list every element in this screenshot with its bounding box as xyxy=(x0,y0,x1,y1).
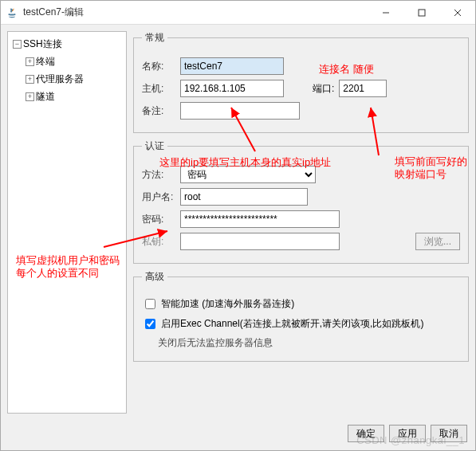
advanced-group: 高级 智能加速 (加速海外服务器连接) 启用Exec Channel(若连接上就… xyxy=(133,270,469,362)
general-group: 常规 名称: 主机: 端口: 备注: xyxy=(133,31,469,133)
tree-root-label: SSH连接 xyxy=(23,37,62,51)
browse-button: 浏览... xyxy=(415,233,460,250)
exec-label: 启用Exec Channel(若连接上就被断开,请关闭该项,比如跳板机) xyxy=(161,317,423,331)
user-label: 用户名: xyxy=(142,190,175,204)
tree-item-terminal[interactable]: + 终端 xyxy=(10,53,124,70)
content-area: − SSH连接 + 终端 + 代理服务器 + 隧道 常规 名称: xyxy=(1,25,475,420)
remark-label: 备注: xyxy=(142,104,175,118)
footer: 确定 应用 取消 xyxy=(1,420,475,450)
key-label: 私钥: xyxy=(142,235,175,249)
speed-checkbox[interactable] xyxy=(145,299,155,309)
general-legend: 常规 xyxy=(142,31,167,45)
tree-item-label: 终端 xyxy=(36,55,55,69)
auth-legend: 认证 xyxy=(142,139,167,153)
svg-rect-1 xyxy=(419,10,425,16)
sidebar: − SSH连接 + 终端 + 代理服务器 + 隧道 xyxy=(7,31,127,414)
ok-button[interactable]: 确定 xyxy=(348,425,384,442)
password-label: 密码: xyxy=(142,213,175,226)
collapse-icon[interactable]: − xyxy=(13,40,22,49)
user-input[interactable] xyxy=(180,188,308,206)
tree-item-label: 代理服务器 xyxy=(36,73,84,86)
host-input[interactable] xyxy=(180,80,284,97)
titlebar: testCen7-编辑 xyxy=(1,1,475,25)
advanced-legend: 高级 xyxy=(142,270,167,284)
name-label: 名称: xyxy=(142,60,175,73)
java-icon xyxy=(6,6,18,19)
cancel-button[interactable]: 取消 xyxy=(431,425,467,442)
auth-group: 认证 方法: 密码 用户名: 密码: 私钥: xyxy=(133,139,469,264)
main-panel: 常规 名称: 主机: 端口: 备注: 认证 xyxy=(133,31,469,414)
host-label: 主机: xyxy=(142,82,175,96)
method-select[interactable]: 密码 xyxy=(180,166,316,183)
password-input[interactable] xyxy=(180,210,340,228)
expand-icon[interactable]: + xyxy=(26,75,34,84)
key-input xyxy=(180,233,340,250)
tree-item-proxy[interactable]: + 代理服务器 xyxy=(10,70,124,88)
expand-icon[interactable]: + xyxy=(26,57,34,66)
minimize-button[interactable] xyxy=(368,1,403,25)
port-input[interactable] xyxy=(339,80,387,97)
window-title: testCen7-编辑 xyxy=(23,6,84,19)
remark-input[interactable] xyxy=(180,102,300,120)
close-button[interactable] xyxy=(439,1,475,25)
exec-note: 关闭后无法监控服务器信息 xyxy=(158,336,273,350)
speed-label: 智能加速 (加速海外服务器连接) xyxy=(161,297,294,311)
port-label: 端口: xyxy=(313,82,334,96)
tree-root-ssh[interactable]: − SSH连接 xyxy=(10,35,124,53)
method-label: 方法: xyxy=(142,168,175,182)
exec-checkbox[interactable] xyxy=(145,319,155,329)
expand-icon[interactable]: + xyxy=(26,92,34,101)
window: testCen7-编辑 − SSH连接 + 终端 + 代理服务器 + 隧道 xyxy=(0,0,476,451)
tree-item-tunnel[interactable]: + 隧道 xyxy=(10,88,124,105)
maximize-button[interactable] xyxy=(403,1,439,25)
apply-button[interactable]: 应用 xyxy=(389,425,426,442)
tree-item-label: 隧道 xyxy=(36,90,55,104)
name-input[interactable] xyxy=(180,57,284,75)
